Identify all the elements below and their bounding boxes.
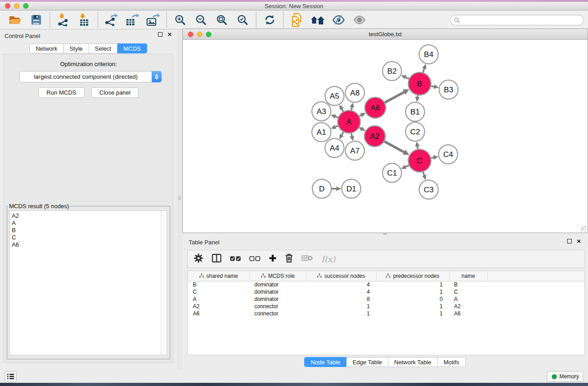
table-cell[interactable]: A6: [188, 310, 249, 317]
table-cell[interactable]: [488, 288, 584, 295]
export-image-icon[interactable]: [144, 12, 162, 28]
table-cell[interactable]: 4: [306, 281, 376, 288]
show-visual-icon[interactable]: [350, 12, 368, 28]
float-panel-icon[interactable]: [567, 239, 572, 243]
column-header-successor-nodes[interactable]: successor nodes: [306, 271, 376, 281]
import-table-icon[interactable]: [75, 12, 93, 28]
export-table-icon[interactable]: [123, 12, 141, 28]
table-cell[interactable]: 1: [376, 281, 449, 288]
table-cell[interactable]: dominator: [249, 295, 306, 303]
table-cell[interactable]: dominator: [249, 288, 306, 295]
table-cell[interactable]: 8: [306, 295, 376, 303]
export-network-icon[interactable]: [102, 12, 120, 28]
node-table[interactable]: shared nameMCDS rolesuccessor nodesprede…: [187, 271, 585, 355]
result-list-scrollbar[interactable]: [161, 211, 167, 355]
table-cell[interactable]: 1: [376, 310, 449, 317]
table-row[interactable]: Cdominator41C: [188, 288, 584, 295]
result-list-item[interactable]: A6: [12, 241, 159, 248]
table-cell[interactable]: dominator: [249, 281, 306, 288]
tab-network[interactable]: Network: [29, 43, 64, 53]
table-cell[interactable]: 1: [376, 288, 449, 295]
gear-icon[interactable]: [194, 253, 203, 265]
column-header-MCDS-role[interactable]: MCDS role: [249, 271, 306, 281]
deselect-all-checks-icon[interactable]: [249, 255, 260, 263]
destroy-table-icon[interactable]: [301, 255, 313, 263]
open-session-icon[interactable]: [6, 12, 24, 28]
edge-C-C4[interactable]: [431, 157, 433, 158]
edge-A-A4[interactable]: [342, 132, 343, 135]
table-row[interactable]: Bdominator41B: [188, 281, 584, 288]
table-cell[interactable]: 1: [376, 303, 449, 310]
table-cell[interactable]: C: [449, 288, 488, 295]
import-network-icon[interactable]: [54, 12, 72, 28]
table-cell[interactable]: B: [188, 281, 249, 288]
zoom-fit-icon[interactable]: [213, 12, 231, 28]
zoom-in-icon[interactable]: [171, 12, 189, 28]
float-panel-icon[interactable]: [158, 32, 163, 37]
zoom-out-icon[interactable]: [192, 12, 210, 28]
splitter-handle[interactable]: [383, 233, 387, 235]
close-panel-icon[interactable]: ×: [167, 32, 172, 37]
memory-button[interactable]: Memory: [547, 371, 584, 382]
tab-mcds[interactable]: MCDS: [117, 43, 147, 53]
select-all-checks-icon[interactable]: [230, 255, 241, 263]
refresh-layout-icon[interactable]: [261, 12, 279, 28]
edge-A2-C[interactable]: [384, 141, 404, 152]
splitter-handle[interactable]: [178, 196, 181, 200]
table-cell[interactable]: [488, 281, 584, 288]
tab-edge-table[interactable]: Edge Table: [346, 357, 388, 367]
table-cell[interactable]: [488, 303, 584, 310]
session-doc-icon[interactable]: [288, 12, 306, 28]
table-row[interactable]: A2connector11A2: [188, 303, 584, 310]
criterion-select[interactable]: largest connected component (directed): [19, 71, 162, 82]
edge-B-B1[interactable]: [417, 95, 418, 97]
table-cell[interactable]: B: [449, 281, 488, 288]
edge-C-C1[interactable]: [406, 166, 409, 167]
table-row[interactable]: A6connector11A6: [188, 310, 584, 317]
edge-B-B2[interactable]: [406, 77, 409, 79]
search-input[interactable]: [462, 16, 583, 24]
table-cell[interactable]: A2: [188, 303, 249, 310]
edge-A-A1[interactable]: [335, 126, 338, 127]
table-cell[interactable]: A: [449, 295, 488, 303]
column-header-name[interactable]: name: [449, 271, 488, 281]
result-list-item[interactable]: A: [12, 219, 159, 227]
table-cell[interactable]: [488, 310, 584, 317]
table-cell[interactable]: A2: [449, 303, 488, 310]
edge-B-B3[interactable]: [431, 86, 434, 86]
network-window-titlebar[interactable]: testGlobe.txt: [183, 29, 588, 40]
table-cell[interactable]: connector: [249, 310, 306, 317]
mcds-result-list[interactable]: A2ABCA6: [10, 211, 161, 355]
table-cell[interactable]: A: [188, 295, 249, 303]
edge-A-A7[interactable]: [351, 133, 352, 136]
home-icon[interactable]: [309, 12, 327, 28]
edge-A-A3[interactable]: [335, 117, 338, 118]
tab-network-table[interactable]: Network Table: [388, 357, 438, 367]
column-header-shared-name[interactable]: shared name: [188, 271, 249, 281]
task-history-button[interactable]: [5, 371, 17, 382]
network-canvas[interactable]: B4B2BB3A5A8A6A3B1AC2A1A2A4A7C4CC1DD1C3: [183, 40, 588, 233]
close-panel-button[interactable]: Close panel: [91, 87, 139, 98]
network-graph[interactable]: B4B2BB3A5A8A6A3B1AC2A1A2A4A7C4CC1DD1C3: [183, 40, 588, 233]
result-list-item[interactable]: C: [12, 234, 159, 241]
result-list-item[interactable]: A2: [12, 212, 159, 219]
function-builder-icon[interactable]: f(x): [321, 254, 335, 264]
zoom-selected-icon[interactable]: [234, 12, 252, 28]
hide-visual-icon[interactable]: [330, 12, 348, 28]
edge-A6-B[interactable]: [385, 92, 404, 103]
table-row[interactable]: Adominator80A: [188, 295, 584, 303]
edge-A-A8[interactable]: [351, 107, 352, 110]
table-cell[interactable]: 0: [376, 295, 449, 303]
search-field[interactable]: [450, 15, 584, 25]
delete-column-icon[interactable]: [285, 253, 293, 264]
tab-motifs[interactable]: Motifs: [437, 357, 466, 367]
resize-grip-icon[interactable]: [581, 226, 587, 232]
table-cell[interactable]: A6: [449, 310, 488, 317]
result-list-item[interactable]: B: [12, 227, 159, 234]
table-cell[interactable]: 4: [306, 288, 376, 295]
close-panel-icon[interactable]: ×: [577, 239, 581, 243]
edge-A-A5[interactable]: [342, 109, 343, 112]
edge-B-B4[interactable]: [423, 69, 425, 73]
table-cell[interactable]: connector: [249, 303, 306, 310]
edge-A-A2[interactable]: [359, 128, 361, 129]
